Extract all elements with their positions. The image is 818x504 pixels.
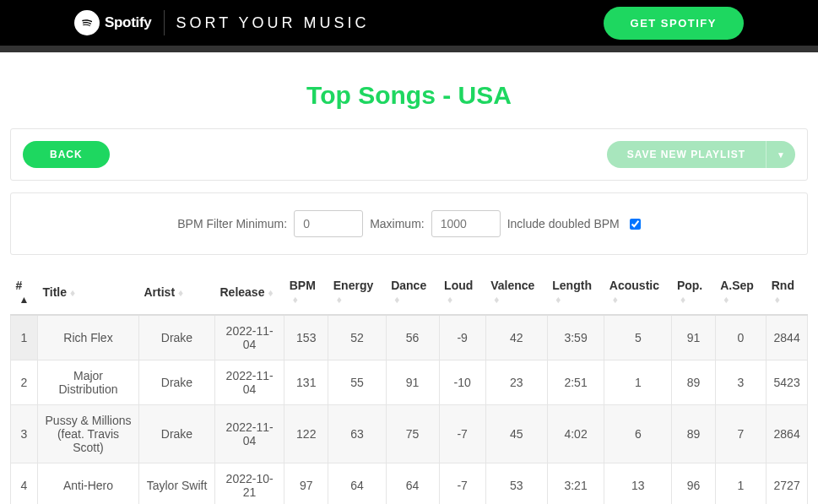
cell-dance: 64 (386, 463, 439, 504)
bpm-max-label: Maximum: (370, 217, 425, 230)
cell-dance: 75 (386, 405, 439, 463)
cell-acoustic: 6 (604, 405, 672, 463)
column-header-energy[interactable]: Energy♦ (328, 270, 386, 315)
cell-length: 3:59 (547, 315, 604, 360)
column-header-valence[interactable]: Valence♦ (485, 270, 547, 315)
cell-pop: 91 (672, 315, 715, 360)
cell-asep: 7 (715, 405, 767, 463)
table-row[interactable]: 1Rich FlexDrake2022-11-041535256-9423:59… (11, 315, 808, 360)
spotify-logo[interactable]: Spotify (74, 10, 152, 35)
cell-release: 2022-11-04 (215, 360, 284, 405)
column-header-dance[interactable]: Dance♦ (386, 270, 439, 315)
cell-title: Rich Flex (38, 315, 139, 360)
cell-num: 2 (11, 360, 38, 405)
cell-energy: 55 (328, 360, 386, 405)
save-playlist-button[interactable]: SAVE NEW PLAYLIST (607, 141, 766, 168)
cell-dance: 56 (386, 315, 439, 360)
bpm-min-label: BPM Filter Minimum: (177, 217, 287, 230)
cell-length: 4:02 (547, 405, 604, 463)
sort-icon: ♦ (70, 287, 75, 299)
column-header-asep[interactable]: A.Sep♦ (715, 270, 767, 315)
cell-title: Anti-Hero (38, 463, 139, 504)
cell-release: 2022-11-04 (215, 405, 284, 463)
cell-pop: 96 (672, 463, 715, 504)
column-header-length[interactable]: Length♦ (547, 270, 604, 315)
cell-energy: 52 (328, 315, 386, 360)
table-row[interactable]: 3Pussy & Millions (feat. Travis Scott)Dr… (11, 405, 808, 463)
app-name: SORT YOUR MUSIC (176, 14, 370, 32)
column-label: Dance (391, 279, 426, 292)
sort-icon: ♦ (613, 294, 618, 306)
cell-bpm: 122 (284, 405, 328, 463)
cell-valence: 53 (485, 463, 547, 504)
cell-num: 4 (11, 463, 38, 504)
bpm-max-input[interactable] (431, 210, 501, 237)
sort-icon: ♦ (447, 294, 452, 306)
subheader-strip (0, 46, 818, 52)
cell-acoustic: 1 (604, 360, 672, 405)
cell-loud: -7 (439, 463, 485, 504)
cell-dance: 91 (386, 360, 439, 405)
column-label: Loud (444, 279, 473, 292)
column-header-num[interactable]: #▲ (11, 270, 38, 315)
column-label: Release (220, 285, 265, 299)
cell-rnd: 2727 (767, 463, 808, 504)
save-button-group: SAVE NEW PLAYLIST ▼ (607, 141, 795, 168)
cell-title: Pussy & Millions (feat. Travis Scott) (38, 405, 139, 463)
cell-rnd: 5423 (767, 360, 808, 405)
bpm-min-input[interactable] (294, 210, 363, 237)
cell-loud: -9 (439, 315, 485, 360)
column-label: Length (552, 279, 592, 292)
cell-rnd: 2844 (767, 315, 808, 360)
divider (164, 10, 165, 35)
column-label: Rnd (772, 279, 794, 292)
column-label: # (16, 279, 23, 292)
column-header-title[interactable]: Title♦ (38, 270, 139, 315)
cell-length: 3:21 (547, 463, 604, 504)
include-doubled-checkbox[interactable] (630, 219, 641, 230)
column-label: Acoustic (609, 279, 659, 292)
sort-icon: ♦ (178, 287, 183, 299)
cell-asep: 3 (715, 360, 767, 405)
cell-energy: 63 (328, 405, 386, 463)
column-label: Pop. (677, 279, 702, 292)
column-header-artist[interactable]: Artist♦ (139, 270, 215, 315)
column-header-loud[interactable]: Loud♦ (439, 270, 485, 315)
logo-section: Spotify SORT YOUR MUSIC (74, 10, 370, 35)
cell-bpm: 131 (284, 360, 328, 405)
sort-asc-icon: ▲ (19, 294, 30, 306)
sort-icon: ♦ (394, 294, 399, 306)
get-spotify-button[interactable]: GET SPOTIFY (604, 7, 744, 40)
cell-length: 2:51 (547, 360, 604, 405)
cell-num: 1 (11, 315, 38, 360)
cell-energy: 64 (328, 463, 386, 504)
column-label: Artist (144, 285, 176, 299)
column-label: BPM (290, 279, 316, 292)
column-label: Title (43, 285, 68, 299)
column-header-rnd[interactable]: Rnd♦ (767, 270, 808, 315)
cell-rnd: 2864 (767, 405, 808, 463)
cell-release: 2022-10-21 (215, 463, 284, 504)
table-row[interactable]: 4Anti-HeroTaylor Swift2022-10-21976464-7… (11, 463, 808, 504)
cell-title: Major Distribution (38, 360, 139, 405)
sort-icon: ♦ (555, 294, 561, 306)
sort-icon: ♦ (680, 294, 685, 306)
column-label: Energy (333, 279, 373, 292)
toolbar: BACK SAVE NEW PLAYLIST ▼ (10, 128, 808, 181)
cell-loud: -7 (439, 405, 485, 463)
column-header-bpm[interactable]: BPM♦ (284, 270, 328, 315)
cell-acoustic: 5 (604, 315, 672, 360)
cell-asep: 0 (715, 315, 767, 360)
table-row[interactable]: 2Major DistributionDrake2022-11-04131559… (11, 360, 808, 405)
save-dropdown-toggle[interactable]: ▼ (766, 141, 795, 168)
column-header-release[interactable]: Release♦ (215, 270, 284, 315)
sort-icon: ♦ (293, 294, 298, 306)
cell-asep: 1 (715, 463, 767, 504)
column-label: Valence (490, 279, 534, 292)
spotify-logo-text: Spotify (105, 14, 152, 31)
column-header-pop[interactable]: Pop.♦ (672, 270, 715, 315)
column-header-acoustic[interactable]: Acoustic♦ (604, 270, 672, 315)
cell-num: 3 (11, 405, 38, 463)
cell-artist: Drake (139, 315, 215, 360)
back-button[interactable]: BACK (23, 141, 110, 168)
